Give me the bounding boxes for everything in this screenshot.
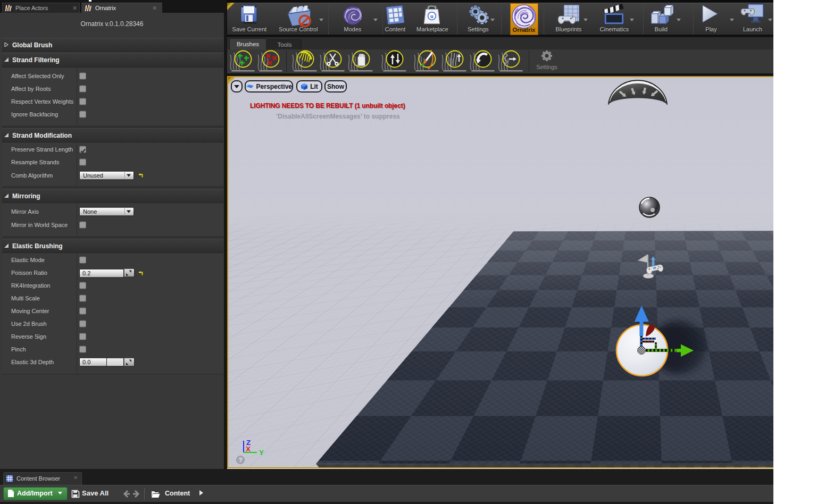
- svg-text:?: ?: [239, 457, 243, 463]
- svg-text:Y: Y: [259, 449, 264, 457]
- svg-text:X: X: [246, 445, 251, 453]
- svg-text:u: u: [430, 13, 433, 19]
